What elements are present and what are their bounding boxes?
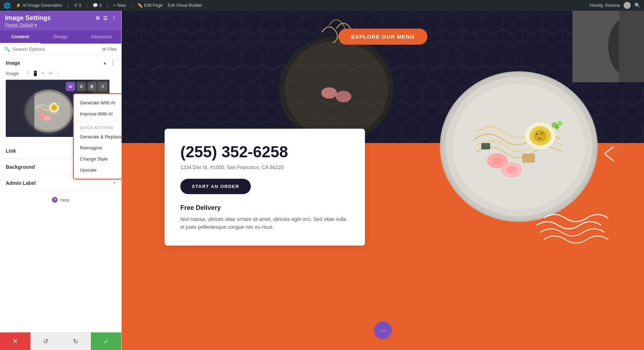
- svg-point-74: [541, 133, 543, 134]
- top-bar-right: Howdy, Deanna 🔍: [590, 2, 641, 9]
- search-input[interactable]: [13, 46, 99, 52]
- svg-point-73: [536, 133, 537, 135]
- redo-icon: ↻: [73, 337, 78, 345]
- generate-with-ai-item[interactable]: Generate With AI: [74, 97, 121, 108]
- wordpress-logo-icon[interactable]: 🌐: [4, 2, 11, 9]
- tab-advanced[interactable]: Advanced: [81, 30, 121, 44]
- bottom-bar: ✕ ↺ ↻ ✓: [0, 332, 121, 350]
- expand-icon: ▾: [113, 181, 116, 186]
- undo-button[interactable]: ↺: [30, 332, 61, 350]
- content-area: EXPLORE OUR MENU (255) 352-6258 1234 Div…: [122, 11, 644, 350]
- help-button[interactable]: ? Help: [52, 197, 69, 203]
- svg-point-78: [555, 125, 559, 129]
- cursor-icon[interactable]: ↖: [41, 70, 45, 76]
- panel-title-text: Image Settings: [5, 14, 51, 22]
- free-delivery-title: Free Delivery: [180, 204, 349, 212]
- reset-tool-button[interactable]: ↺: [98, 82, 107, 91]
- svg-rect-80: [523, 154, 534, 162]
- trash-icon: 🗑: [90, 84, 94, 89]
- cancel-button[interactable]: ✕: [0, 332, 30, 350]
- image-section-title: Image: [6, 60, 20, 66]
- upscale-item[interactable]: Upscale ›: [74, 164, 121, 176]
- dropdown-divider: [74, 121, 121, 121]
- left-panel: Image Settings ⧉ ☰ ⋮ Preset: Default ▾ C…: [0, 11, 122, 350]
- main-area: Image Settings ⧉ ☰ ⋮ Preset: Default ▾ C…: [0, 11, 644, 350]
- image-field-label: Image: [6, 71, 24, 76]
- top-bar-left: 🌐 ⚡ AI Image Generation | ↺ 3 | 💬 0 | + …: [4, 2, 584, 9]
- delete-tool-button[interactable]: 🗑: [87, 82, 97, 91]
- more-options-button[interactable]: ···: [374, 321, 392, 339]
- ai-dropdown-menu: Generate With AI Improve With AI Quick A…: [74, 94, 121, 179]
- reset-icon[interactable]: ↺: [48, 70, 53, 76]
- help-section: ? Help: [0, 191, 121, 208]
- svg-point-9: [57, 103, 59, 105]
- comments-link[interactable]: 💬 0: [93, 3, 102, 8]
- generate-replace-item[interactable]: Generate & Replace: [74, 131, 121, 142]
- settings-tool-button[interactable]: ⚙: [77, 82, 86, 91]
- svg-rect-62: [619, 11, 644, 82]
- search-bar: 🔍 ⊞ Filter: [0, 44, 121, 55]
- quick-actions-label: Quick Actions: [74, 123, 121, 131]
- separator4: |: [131, 2, 132, 9]
- panel-tabs: Content Design Advanced: [0, 30, 121, 44]
- search-icon: 🔍: [4, 46, 10, 52]
- collapse-icon[interactable]: ▲: [103, 60, 107, 65]
- help-circle-icon: ?: [52, 197, 58, 203]
- undo-icon: ↺: [101, 84, 104, 89]
- search-icon[interactable]: 🔍: [634, 3, 640, 8]
- ai-image-generation-link[interactable]: ⚡ AI Image Generation: [16, 3, 62, 8]
- svg-rect-81: [481, 143, 490, 149]
- svg-point-69: [507, 166, 517, 173]
- ai-tool-button[interactable]: AI: [66, 82, 75, 91]
- ramen-bowl-container: [419, 46, 615, 261]
- section-menu-icon[interactable]: ⋮: [110, 59, 116, 66]
- free-delivery-text: Nisl massa, ultrices vitae ornare sit am…: [180, 215, 349, 231]
- reimagine-item[interactable]: Reimagine: [74, 142, 121, 153]
- svg-point-8: [44, 116, 51, 121]
- ramen-bowl-svg: [419, 46, 619, 261]
- svg-point-65: [453, 84, 585, 209]
- improve-with-ai-item[interactable]: Improve With AI: [74, 108, 121, 119]
- image-section-content: Image ? 📱 ↖ ↺ ⋮: [0, 70, 121, 143]
- start-order-button[interactable]: START AN ORDER: [180, 179, 251, 194]
- explore-menu-button[interactable]: EXPLORE OUR MENU: [338, 29, 428, 45]
- panel-preset[interactable]: Preset: Default ▾: [5, 23, 116, 28]
- phone-number: (255) 352-6258: [180, 143, 349, 161]
- section-controls: ▲ ⋮: [103, 59, 116, 66]
- help-icon[interactable]: ?: [26, 70, 29, 76]
- svg-point-75: [539, 138, 540, 139]
- undo-icon: ↺: [43, 337, 48, 345]
- image-section-header[interactable]: Image ▲ ⋮: [0, 55, 121, 70]
- exit-builder-link[interactable]: Exit Visual Builder: [168, 3, 203, 8]
- image-field-icons: ? 📱 ↖ ↺ ⋮: [26, 70, 60, 76]
- redo-button[interactable]: ↻: [61, 332, 91, 350]
- ai-icon: AI: [69, 85, 72, 89]
- svg-rect-11: [6, 80, 34, 137]
- edit-page-link[interactable]: ✏️ Edit Page: [137, 3, 163, 8]
- svg-point-6: [52, 106, 56, 109]
- svg-point-10: [59, 102, 60, 104]
- tab-design[interactable]: Design: [40, 30, 81, 44]
- revisions-link[interactable]: ↺ 3: [74, 3, 81, 8]
- separator2: |: [86, 2, 88, 9]
- revisions-icon: ↺: [74, 3, 77, 8]
- mobile-icon[interactable]: 📱: [32, 70, 38, 76]
- layout-icon[interactable]: ☰: [103, 15, 108, 21]
- more-icon[interactable]: ⋮: [111, 15, 116, 21]
- change-style-item[interactable]: Change Style ›: [74, 153, 121, 164]
- image-toolbar: AI ⚙ 🗑 ↺: [66, 82, 107, 91]
- options-icon[interactable]: ⋮: [55, 70, 60, 76]
- new-link[interactable]: + New: [113, 3, 126, 8]
- user-avatar[interactable]: [624, 2, 631, 9]
- image-preview-container: AI ⚙ 🗑 ↺: [6, 80, 109, 137]
- close-icon: ✕: [13, 337, 18, 345]
- filter-button[interactable]: ⊞ Filter: [102, 47, 117, 52]
- tab-content[interactable]: Content: [0, 30, 40, 44]
- duplicate-icon[interactable]: ⧉: [96, 15, 99, 21]
- link-section-label: Link: [6, 148, 16, 154]
- top-bar: 🌐 ⚡ AI Image Generation | ↺ 3 | 💬 0 | + …: [0, 0, 644, 11]
- separator3: |: [107, 2, 108, 9]
- plus-icon: +: [113, 3, 116, 8]
- comments-icon: 💬: [93, 3, 98, 8]
- confirm-button[interactable]: ✓: [91, 332, 121, 350]
